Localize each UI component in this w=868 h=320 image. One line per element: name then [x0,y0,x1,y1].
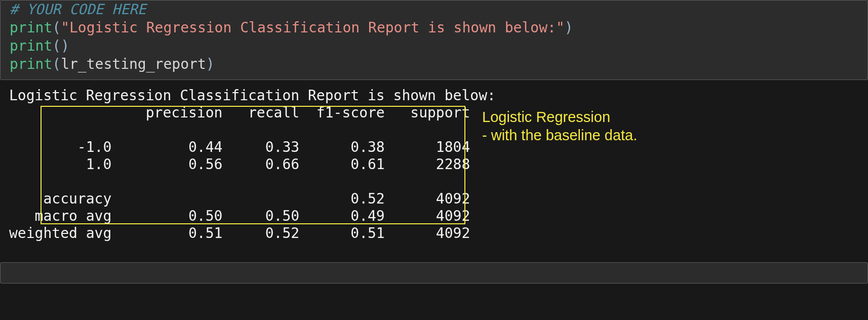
next-code-cell[interactable] [0,262,868,284]
code-content: # YOUR CODE HERE print("Logistic Regress… [10,1,858,73]
print-arg-string: "Logistic Regression Classification Repo… [61,19,565,36]
code-comment: # YOUR CODE HERE [10,1,146,18]
code-cell-output: Logistic Regression Classification Repor… [0,87,868,242]
print-fn-1: print [10,19,52,36]
output-title: Logistic Regression Classification Repor… [9,87,868,104]
annotation-line-1: Logistic Regression [482,108,637,126]
classification-report-table: precision recall f1-score support -1.0 0… [9,104,868,242]
annotation-line-2: - with the baseline data. [482,126,637,144]
print-fn-2: print [10,37,52,54]
code-cell-input[interactable]: # YOUR CODE HERE print("Logistic Regress… [0,0,868,80]
print-fn-3: print [10,56,52,72]
annotation-text: Logistic Regression - with the baseline … [482,108,637,144]
print-arg-var: lr_testing_report [61,56,206,72]
